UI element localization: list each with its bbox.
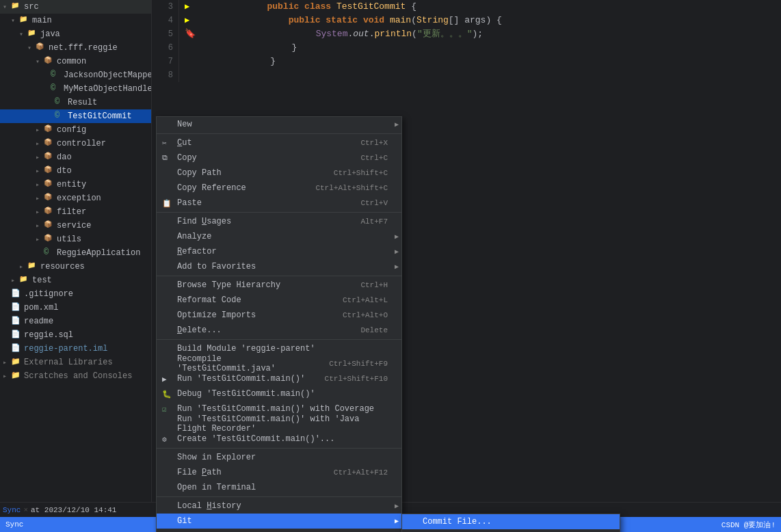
submenu-arrow-analyze: ▶ [395,232,399,241]
tree-label-meta: MyMetaObjectHandler [64,84,152,94]
menu-item-optimize[interactable]: Optimize Imports Ctrl+Alt+O [157,308,401,323]
menu-item-local-history[interactable]: Local History ▶ [157,498,401,514]
tree-label-readme: readme [24,317,53,326]
menu-item-run[interactable]: ▶ Run 'TestGitCommit.main()' Ctrl+Shift+… [157,371,401,386]
menu-item-paste[interactable]: 📋 Paste Ctrl+V [157,196,401,211]
tree-item-java[interactable]: ▾ 📁 java [0,27,151,41]
package-icon-entity: 📦 [44,179,55,190]
tree-item-iml[interactable]: ▸ 📄 reggie-parent.iml [0,342,151,356]
menu-item-copy-path[interactable]: Copy Path Ctrl+Shift+C [157,165,401,181]
app-container: ▾ 📁 src ▾ 📁 main ▾ 📁 java ▾ 📦 net.fff.re… [0,0,781,532]
run-icon: ▶ [162,375,173,384]
folder-icon-java: 📁 [27,29,38,40]
menu-item-recompile[interactable]: Recompile 'TestGitCommit.java' Ctrl+Shif… [157,356,401,371]
tree-item-sql[interactable]: ▸ 📄 reggie.sql [0,328,151,342]
sync-label[interactable]: Sync [3,506,21,514]
menu-label-analyze: Analyze [177,232,388,241]
sync-separator: × [23,506,28,514]
package-icon-dto: 📦 [44,165,55,176]
menu-item-create[interactable]: ⚙ Create 'TestGitCommit.main()'... [157,431,401,447]
tree-item-src[interactable]: ▾ 📁 src [0,0,151,14]
menu-item-debug[interactable]: 🐛 Debug 'TestGitCommit.main()' [157,386,401,401]
menu-label-git: Git [177,516,388,526]
tree-item-test[interactable]: ▸ 📁 test [0,274,151,287]
git-submenu-item-commit[interactable]: Commit File... [402,514,620,529]
menu-label-copy-path: Copy Path [177,168,320,178]
file-icon-gitignore: 📄 [11,289,22,300]
debug-arrow-3: ▶ [185,0,189,14]
menu-shortcut-hierarchy: Ctrl+H [360,281,388,289]
menu-separator-2 [157,212,401,213]
menu-item-browse-hierarchy[interactable]: Browse Type Hierarchy Ctrl+H [157,278,401,293]
tree-label-config: config [57,125,86,135]
tree-item-entity[interactable]: ▸ 📦 entity [0,178,151,191]
status-brand: CSDN @要加油! [722,520,776,530]
tree-label-java: java [40,29,60,39]
tree-item-controller[interactable]: ▸ 📦 controller [0,137,151,150]
tree-label-dto: dto [57,166,72,176]
tree-item-package-net[interactable]: ▾ 📦 net.fff.reggie [0,41,151,55]
tree-item-dto[interactable]: ▸ 📦 dto [0,164,151,178]
menu-shortcut-optimize: Ctrl+Alt+O [343,311,388,319]
menu-item-find-usages[interactable]: Find Usages Alt+F7 [157,214,401,229]
line-num-8: 8 [157,68,173,82]
tree-item-ext-libs[interactable]: ▸ 📁 External Libraries [0,356,151,369]
menu-item-favorites[interactable]: Add to Favorites ▶ [157,259,401,274]
git-submenu-item-add[interactable]: + Add Ctrl+Alt+A [402,529,620,532]
menu-shortcut-reformat: Ctrl+Alt+L [343,296,388,304]
tree-item-readme[interactable]: ▸ 📄 readme [0,315,151,328]
tree-arrow-test: ▸ [11,276,19,284]
git-submenu: Commit File... + Add Ctrl+Alt+A Annotate… [401,514,620,532]
tree-label-gitignore: .gitignore [24,289,73,299]
tree-arrow-controller: ▸ [36,139,44,148]
tree-item-pom[interactable]: ▸ 📄 pom.xml [0,301,151,315]
tree-arrow-dto: ▸ [36,167,44,175]
menu-item-analyze[interactable]: Analyze ▶ [157,229,401,244]
tree-item-scratches[interactable]: ▸ 📁 Scratches and Consoles [0,369,151,383]
java-icon-result: © [55,97,66,108]
tree-item-config[interactable]: ▸ 📦 config [0,123,151,137]
tree-item-main[interactable]: ▾ 📁 main [0,14,151,27]
tree-item-resources[interactable]: ▸ 📁 resources [0,260,151,274]
file-tree-sidebar: ▾ 📁 src ▾ 📁 main ▾ 📁 java ▾ 📦 net.fff.re… [0,0,152,532]
menu-label-build: Build Module 'reggie-parent' [177,344,388,354]
create-icon: ⚙ [162,435,173,444]
folder-icon-resources: 📁 [27,261,38,272]
folder-icon-test: 📁 [19,275,30,286]
tree-item-filter[interactable]: ▸ 📦 filter [0,205,151,219]
iml-icon: 📄 [11,343,22,354]
tree-label-exception: exception [57,194,101,203]
tree-label-main: main [32,16,52,25]
menu-item-copy-ref[interactable]: Copy Reference Ctrl+Alt+Shift+C [157,181,401,196]
menu-label-create: Create 'TestGitCommit.main()'... [177,434,388,444]
tree-item-exception[interactable]: ▸ 📦 exception [0,191,151,205]
tree-item-dao[interactable]: ▸ 📦 dao [0,150,151,164]
tree-item-gitignore[interactable]: ▸ 📄 .gitignore [0,287,151,301]
menu-item-delete[interactable]: Delete... Delete [157,323,401,338]
package-icon-exception: 📦 [44,193,55,204]
menu-item-refactor[interactable]: Refactor ▶ [157,244,401,259]
menu-label-refactor: Refactor [177,247,388,256]
submenu-arrow-favorites: ▶ [395,263,399,271]
menu-item-show-explorer[interactable]: Show in Explorer [157,450,401,465]
menu-item-reformat[interactable]: Reformat Code Ctrl+Alt+L [157,293,401,308]
tree-item-reggie-app[interactable]: ▸ © ReggieApplication [0,246,151,260]
menu-separator-1 [157,133,401,134]
menu-item-new[interactable]: New ▶ [157,117,401,132]
tree-item-utils[interactable]: ▸ 📦 utils [0,232,151,246]
tree-label-controller: controller [57,139,106,148]
menu-item-open-terminal[interactable]: Open in Terminal [157,480,401,495]
menu-item-file-path[interactable]: File Path Ctrl+Alt+F12 [157,465,401,480]
menu-item-copy[interactable]: ⧉ Copy Ctrl+C [157,150,401,165]
menu-item-cut[interactable]: ✂ Cut Ctrl+X [157,135,401,150]
tree-item-service[interactable]: ▸ 📦 service [0,219,151,232]
tree-item-result[interactable]: ▸ © Result [0,96,151,109]
package-icon-config: 📦 [44,124,55,135]
tree-item-mymetahandler[interactable]: ▸ © MyMetaObjectHandler [0,82,151,96]
menu-item-git[interactable]: Git ▶ Commit File... + Add Ctrl+Alt+A An… [157,514,401,529]
tree-item-common[interactable]: ▾ 📦 common [0,55,151,68]
menu-item-synchronize[interactable]: Synchronize 'TestGitCommit.java' [157,529,401,532]
tree-item-jackson[interactable]: ▸ © JacksonObjectMapper [0,68,151,82]
menu-item-run-flight[interactable]: Run 'TestGitCommit.main()' with 'Java Fl… [157,416,401,431]
tree-item-testgitcommit[interactable]: ▸ © TestGitCommit [0,109,151,123]
